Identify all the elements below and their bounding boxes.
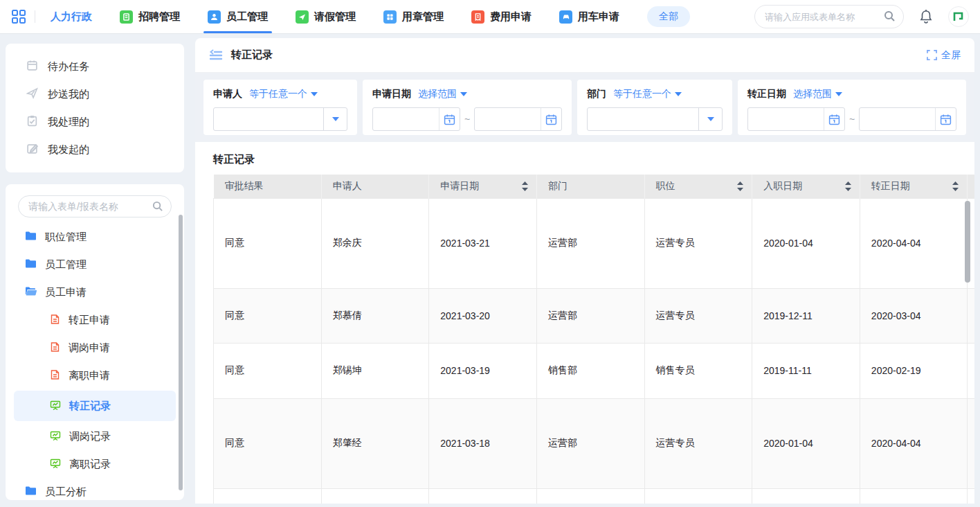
sidebar-item-我发起的[interactable]: 我发起的 [6, 136, 184, 163]
table-cell: 2021-03-17 [429, 488, 537, 504]
filter-select[interactable] [213, 107, 347, 131]
chevron-down-icon [835, 92, 842, 96]
sidebar-item-待办任务[interactable]: 待办任务 [6, 53, 184, 80]
filter-label-row: 转正日期选择范围 [747, 88, 956, 100]
filter-field-name: 转正日期 [747, 88, 786, 100]
sort-icon[interactable] [737, 181, 743, 193]
company-logo[interactable] [948, 6, 969, 27]
sidebar-scrollbar[interactable] [179, 215, 183, 490]
tree-item-label: 离职申请 [69, 369, 110, 382]
tree-item-调岗申请[interactable]: 调岗申请 [6, 334, 184, 362]
folder-open-icon [25, 286, 37, 299]
sort-icon[interactable] [952, 181, 959, 193]
top-search-input[interactable] [754, 5, 904, 28]
nav-app-费用申请[interactable]: 费用申请 [471, 0, 532, 33]
column-header-申请日期[interactable]: 申请日期 [429, 175, 537, 198]
tree-item-label: 员工管理 [45, 258, 87, 272]
filter-condition-dropdown[interactable]: 选择范围 [793, 88, 842, 100]
calendar-icon[interactable] [541, 108, 561, 130]
table-cell: 2020-04-04 [860, 398, 968, 488]
filter-condition-label: 等于任意一个 [613, 88, 671, 100]
table-cell: 2021-03-21 [429, 198, 537, 288]
folder-icon [25, 258, 37, 271]
table-cell: 运营部 [536, 398, 644, 488]
table-cell: 2019-12-11 [752, 488, 860, 504]
task-label: 我发起的 [48, 143, 89, 157]
fullscreen-button[interactable]: 全屏 [927, 49, 961, 62]
table-cell: 2020-03-04 [860, 488, 968, 504]
form-icon [50, 314, 60, 327]
tree-search-input[interactable] [18, 195, 172, 217]
nav-app-label: 用车申请 [578, 10, 619, 24]
filter-date-start[interactable] [747, 107, 845, 131]
table-cell-note: 通过助用成长 [968, 488, 974, 504]
sort-icon[interactable] [522, 181, 528, 193]
column-label: 审批结果 [225, 180, 264, 191]
filter-condition-dropdown[interactable]: 等于任意一个 [613, 88, 682, 100]
sidebar-item-抄送我的[interactable]: 抄送我的 [6, 80, 184, 108]
all-apps-button[interactable]: 全部 [647, 6, 690, 27]
form-icon [50, 341, 60, 355]
column-header-转正日期[interactable]: 转正日期 [860, 175, 968, 198]
table-cell: 郑肇经 [321, 398, 429, 488]
column-header-申请人: 申请人 [321, 175, 429, 198]
column-header-对本岗: 对本岗 [968, 175, 974, 198]
nav-app-人力行政[interactable]: 人力行政 [51, 0, 92, 33]
filter-select[interactable] [587, 107, 723, 131]
column-label: 转正日期 [871, 180, 910, 191]
select-arrow[interactable] [698, 108, 722, 130]
filter-control [213, 107, 347, 131]
nav-app-label: 人力行政 [51, 10, 92, 24]
table-cell: 同意 [214, 343, 322, 398]
tree-item-职位管理[interactable]: 职位管理 [6, 223, 184, 251]
table-row: 同意郑锡坤2021-03-19销售部销售专员2019-11-112020-02-… [214, 343, 975, 398]
filter-date-end[interactable] [474, 107, 562, 131]
calendar-icon[interactable] [439, 108, 460, 130]
top-app-bar: 人力行政招聘管理员工管理请假管理用章管理费用申请用车申请 全部 [0, 0, 980, 33]
apps-grid-icon[interactable] [11, 9, 26, 24]
table-title: 转正记录 [213, 153, 974, 166]
tree-item-员工分析[interactable]: 员工分析 [6, 478, 184, 500]
tree-item-转正记录[interactable]: 转正记录 [14, 391, 176, 421]
nav-app-用章管理[interactable]: 用章管理 [383, 0, 444, 33]
nav-app-招聘管理[interactable]: 招聘管理 [120, 0, 180, 33]
tree-item-员工申请[interactable]: 员工申请 [6, 278, 184, 306]
table-cell: 运营专员 [644, 398, 752, 488]
expense-icon [471, 10, 484, 24]
sidebar-item-我处理的[interactable]: 我处理的 [6, 108, 184, 136]
tree-item-离职记录[interactable]: 离职记录 [6, 450, 184, 478]
tree-item-员工管理[interactable]: 员工管理 [6, 251, 184, 278]
filter-select-value [214, 108, 323, 130]
filter-date-start[interactable] [372, 107, 460, 131]
filter-date-end[interactable] [859, 107, 956, 131]
filter-condition-dropdown[interactable]: 选择范围 [418, 88, 467, 100]
recruit-icon [120, 10, 133, 24]
table-cell: 销售部 [536, 343, 644, 398]
table-row: 同意郑肇经2021-03-18运营部运营专员2020-01-042020-04-… [214, 398, 975, 488]
tree-item-离职申请[interactable]: 离职申请 [6, 362, 184, 389]
nav-app-请假管理[interactable]: 请假管理 [296, 0, 356, 33]
filter-select-value [588, 108, 698, 130]
sort-icon[interactable] [845, 181, 851, 193]
tree-item-调岗记录[interactable]: 调岗记录 [6, 423, 184, 450]
filter-control: ~ [747, 107, 956, 131]
tree-item-label: 员工分析 [45, 486, 87, 499]
filter-field-name: 部门 [587, 88, 606, 100]
column-header-职位[interactable]: 职位 [644, 175, 752, 198]
filter-condition-label: 等于任意一个 [249, 88, 307, 100]
nav-app-员工管理[interactable]: 员工管理 [208, 0, 268, 33]
nav-app-用车申请[interactable]: 用车申请 [559, 0, 619, 33]
nav-app-label: 招聘管理 [138, 10, 180, 24]
tree-item-转正申请[interactable]: 转正申请 [6, 306, 184, 334]
calendar-icon[interactable] [935, 108, 956, 130]
collapse-menu-icon[interactable] [209, 49, 223, 62]
table-scrollbar[interactable] [965, 201, 970, 283]
select-arrow[interactable] [323, 108, 347, 130]
filter-condition-dropdown[interactable]: 等于任意一个 [249, 88, 318, 100]
bell-icon[interactable] [919, 9, 933, 24]
search-icon [152, 201, 163, 214]
column-header-入职日期[interactable]: 入职日期 [752, 175, 860, 198]
fullscreen-label: 全屏 [941, 49, 961, 62]
filter-label-row: 申请人等于任意一个 [213, 88, 347, 100]
calendar-icon[interactable] [824, 108, 844, 130]
